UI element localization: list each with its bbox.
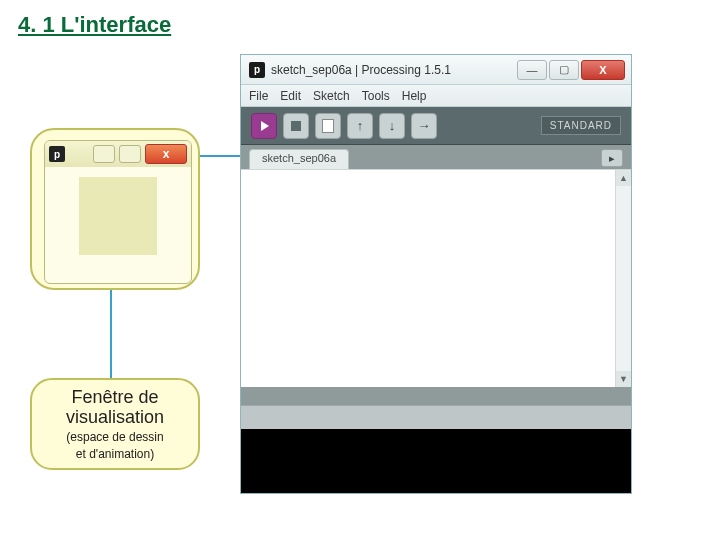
- caption-subline: (espace de dessin: [66, 431, 163, 445]
- caption-callout: Fenêtre de visualisation (espace de dess…: [30, 378, 200, 470]
- caption-line: Fenêtre de: [71, 387, 158, 408]
- close-icon[interactable]: x: [145, 144, 187, 164]
- mode-selector[interactable]: STANDARD: [541, 116, 621, 135]
- play-icon: [261, 121, 269, 131]
- vertical-scrollbar[interactable]: ▲ ▼: [615, 170, 631, 387]
- open-icon: ↑: [357, 118, 364, 133]
- save-icon: ↓: [389, 118, 396, 133]
- menu-edit[interactable]: Edit: [280, 89, 301, 103]
- ide-titlebar: p sketch_sep06a | Processing 1.5.1 — ▢ X: [241, 55, 631, 85]
- menu-file[interactable]: File: [249, 89, 268, 103]
- stop-icon: [291, 121, 301, 131]
- stop-button[interactable]: [283, 113, 309, 139]
- console-output: [241, 429, 631, 493]
- close-button[interactable]: X: [581, 60, 625, 80]
- sketch-canvas: [79, 177, 157, 255]
- maximize-button[interactable]: ▢: [549, 60, 579, 80]
- new-button[interactable]: [315, 113, 341, 139]
- sketch-output-window: p x: [44, 140, 192, 284]
- preview-callout: p x: [30, 128, 200, 290]
- scroll-up-icon[interactable]: ▲: [616, 170, 631, 186]
- save-button[interactable]: ↓: [379, 113, 405, 139]
- status-bar: [241, 387, 631, 405]
- processing-app-icon: p: [249, 62, 265, 78]
- processing-app-icon: p: [49, 146, 65, 162]
- window-title: sketch_sep06a | Processing 1.5.1: [271, 63, 451, 77]
- menu-help[interactable]: Help: [402, 89, 427, 103]
- sketch-tab[interactable]: sketch_sep06a: [249, 149, 349, 169]
- tab-overflow-button[interactable]: ▸: [601, 149, 623, 167]
- run-button[interactable]: [251, 113, 277, 139]
- maximize-icon[interactable]: [119, 145, 141, 163]
- export-icon: →: [418, 118, 431, 133]
- section-heading: 4. 1 L'interface: [18, 12, 171, 38]
- mini-titlebar: p x: [45, 141, 191, 167]
- menu-sketch[interactable]: Sketch: [313, 89, 350, 103]
- toolbar: ↑ ↓ → STANDARD: [241, 107, 631, 145]
- minimize-icon[interactable]: [93, 145, 115, 163]
- code-editor[interactable]: ▲ ▼: [241, 169, 631, 387]
- caption-line: visualisation: [66, 407, 164, 428]
- message-area: [241, 405, 631, 429]
- scroll-down-icon[interactable]: ▼: [616, 371, 631, 387]
- tab-bar: sketch_sep06a ▸: [241, 145, 631, 169]
- callout-vertical-connector: [110, 290, 112, 378]
- new-file-icon: [322, 119, 334, 133]
- open-button[interactable]: ↑: [347, 113, 373, 139]
- caption-subline: et d'animation): [76, 448, 154, 462]
- export-button[interactable]: →: [411, 113, 437, 139]
- menu-bar: File Edit Sketch Tools Help: [241, 85, 631, 107]
- minimize-button[interactable]: —: [517, 60, 547, 80]
- menu-tools[interactable]: Tools: [362, 89, 390, 103]
- processing-ide-window: p sketch_sep06a | Processing 1.5.1 — ▢ X…: [240, 54, 632, 494]
